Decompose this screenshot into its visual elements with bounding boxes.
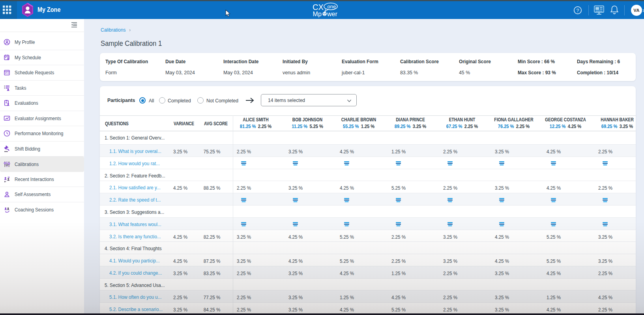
svg-text:Mp: Mp	[313, 11, 322, 17]
svg-text:wer: wer	[327, 11, 337, 17]
svg-text:one: one	[328, 4, 336, 9]
svg-text:?: ?	[577, 8, 579, 13]
svg-text:CX: CX	[313, 3, 324, 11]
